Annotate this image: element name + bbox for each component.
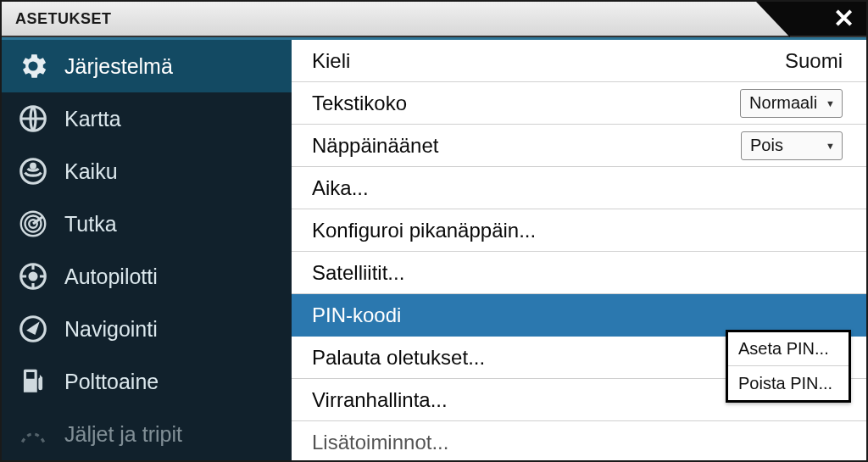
sidebar-item-radar[interactable]: Tutka <box>2 198 292 250</box>
select-value: Normaali <box>749 93 817 113</box>
pin-submenu: Aseta PIN... Poista PIN... <box>726 330 851 403</box>
row-label: Satelliitit... <box>312 261 404 285</box>
sidebar-item-label: Kartta <box>64 107 121 131</box>
sidebar: Järjestelmä Kartta Kaiku Tutka <box>2 40 292 460</box>
sidebar-item-label: Tutka <box>64 212 117 237</box>
chevron-down-icon: ▼ <box>826 98 835 109</box>
sonar-icon <box>17 155 49 187</box>
row-label: Tekstikoko <box>312 92 407 115</box>
row-label: Näppäinäänet <box>312 134 438 158</box>
sidebar-item-label: Polttoaine <box>64 370 159 394</box>
window-title: ASETUKSET <box>2 10 112 28</box>
row-configure-shortcut[interactable]: Konfiguroi pikanäppäin... <box>292 209 866 252</box>
sidebar-item-fuel[interactable]: Polttoaine <box>2 355 292 408</box>
row-time[interactable]: Aika... <box>292 167 866 209</box>
sidebar-item-label: Kaiku <box>64 159 118 184</box>
tracks-icon <box>17 418 49 450</box>
row-label: Aika... <box>312 176 369 200</box>
row-label: Lisätoiminnot... <box>312 431 448 454</box>
key-sounds-select[interactable]: Pois ▼ <box>741 131 843 160</box>
row-advanced[interactable]: Lisätoiminnot... <box>292 421 866 460</box>
row-text-size[interactable]: Tekstikoko Normaali ▼ <box>292 82 866 125</box>
sidebar-item-navigation[interactable]: Navigointi <box>2 303 292 355</box>
chevron-down-icon: ▼ <box>826 141 835 151</box>
row-label: Konfiguroi pikanäppäin... <box>312 219 536 242</box>
row-satellites[interactable]: Satelliitit... <box>292 252 866 294</box>
row-label: Palauta oletukset... <box>312 346 485 370</box>
radar-icon <box>17 208 49 240</box>
body: Järjestelmä Kartta Kaiku Tutka <box>2 37 866 460</box>
row-label: Kieli <box>312 49 350 73</box>
steering-wheel-icon <box>17 260 49 292</box>
row-value: Suomi <box>785 49 843 73</box>
popup-item-remove-pin[interactable]: Poista PIN... <box>728 366 849 400</box>
close-icon: ✕ <box>833 6 854 31</box>
compass-icon <box>17 313 49 345</box>
select-value: Pois <box>750 136 783 155</box>
sidebar-item-tracks[interactable]: Jäljet ja tripit <box>2 408 292 460</box>
sidebar-item-label: Jäljet ja tripit <box>64 422 182 447</box>
svg-point-2 <box>31 164 36 168</box>
svg-point-7 <box>30 273 36 280</box>
text-size-select[interactable]: Normaali ▼ <box>740 89 843 118</box>
sidebar-item-system[interactable]: Järjestelmä <box>2 40 292 92</box>
sidebar-item-label: Autopilotti <box>64 264 158 289</box>
popup-item-label: Aseta PIN... <box>738 339 829 359</box>
main-panel: Kieli Suomi Tekstikoko Normaali ▼ Näppäi… <box>292 40 866 460</box>
titlebar: ASETUKSET ✕ <box>2 2 866 37</box>
sidebar-item-label: Järjestelmä <box>64 54 173 79</box>
gear-icon <box>17 50 49 82</box>
sidebar-item-label: Navigointi <box>64 317 158 342</box>
row-language[interactable]: Kieli Suomi <box>292 40 866 82</box>
row-key-sounds[interactable]: Näppäinäänet Pois ▼ <box>292 125 866 167</box>
row-label: PIN-koodi <box>312 303 401 327</box>
sidebar-item-sonar[interactable]: Kaiku <box>2 145 292 198</box>
sidebar-item-chart[interactable]: Kartta <box>2 92 292 145</box>
close-button[interactable]: ✕ <box>790 2 866 36</box>
row-label: Virranhallinta... <box>312 388 448 412</box>
settings-window: ASETUKSET ✕ Järjestelmä Kartta <box>0 0 868 462</box>
globe-icon <box>17 103 49 135</box>
fuel-icon <box>17 365 49 398</box>
popup-item-set-pin[interactable]: Aseta PIN... <box>728 332 849 366</box>
sidebar-item-autopilot[interactable]: Autopilotti <box>2 250 292 303</box>
popup-item-label: Poista PIN... <box>738 374 832 393</box>
